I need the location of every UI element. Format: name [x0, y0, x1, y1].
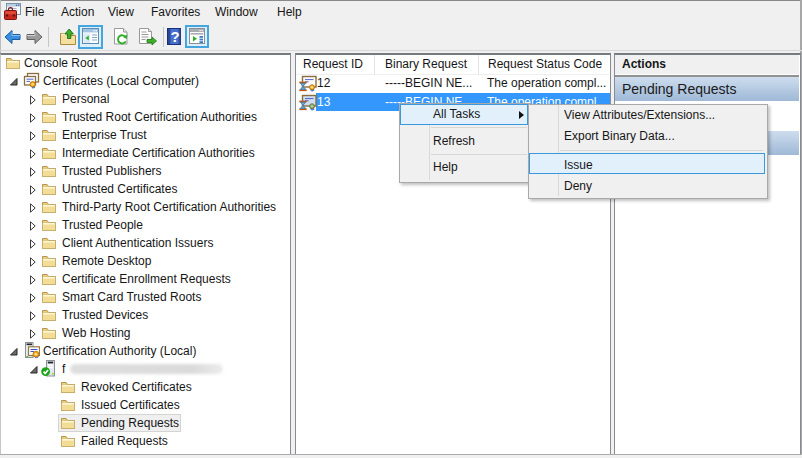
svg-text:?: ?: [170, 28, 179, 45]
